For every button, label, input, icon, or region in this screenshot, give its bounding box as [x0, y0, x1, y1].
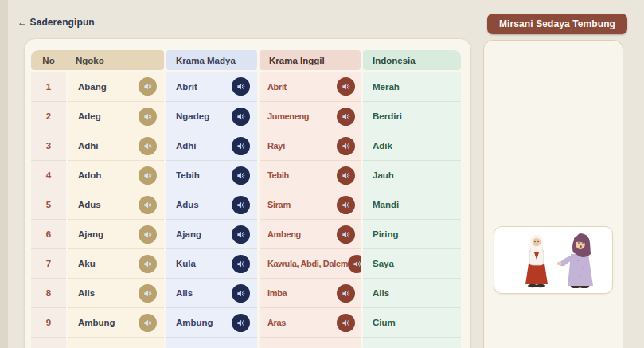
krama-inggil-audio-button[interactable]: [337, 108, 355, 126]
krama-madya-audio-button[interactable]: [232, 108, 250, 126]
speaker-icon: [236, 142, 245, 151]
table-row: 8 Alis Alis Imba Alis: [31, 278, 460, 307]
speaker-icon: [143, 112, 152, 121]
krama-inggil-cell: Rayi: [260, 131, 361, 160]
krama-madya-word: Alis: [176, 288, 193, 298]
krama-inggil-cell: Imba: [260, 278, 361, 307]
krama-madya-audio-button[interactable]: [232, 77, 250, 96]
row-number: 1: [46, 82, 51, 92]
ngoko-word: Ambung: [78, 318, 115, 327]
krama-inggil-audio-button[interactable]: [337, 196, 355, 214]
side-panel: [483, 40, 623, 348]
table-row: 6 Ajang Ajang Ambeng Piring: [31, 219, 460, 248]
ngoko-audio-button[interactable]: [139, 284, 157, 303]
krama-madya-audio-button[interactable]: [232, 255, 250, 273]
ngoko-audio-button[interactable]: [139, 255, 157, 273]
row-number: 3: [46, 141, 51, 151]
krama-madya-word: Adus: [176, 200, 199, 209]
ngoko-audio-button[interactable]: [139, 196, 157, 214]
krama-madya-audio-button[interactable]: [232, 284, 250, 303]
row-number-cell: 4: [31, 160, 66, 190]
table-body: 1 Abang Abrit Abrit Merah 2 Adeg: [31, 72, 460, 348]
krama-madya-audio-button[interactable]: [232, 196, 250, 214]
krama-madya-word: Ngadeg: [176, 111, 209, 121]
speaker-icon: [342, 289, 350, 298]
ngoko-audio-button[interactable]: [139, 108, 157, 126]
speaker-icon: [236, 319, 245, 327]
table-row: 4 Adoh Tebih Tebih Jauh: [31, 160, 460, 190]
krama-madya-word: Ajang: [176, 229, 201, 239]
krama-inggil-word: Jumeneng: [267, 111, 309, 121]
row-number: 9: [46, 318, 51, 327]
table-header: No Ngoko Krama Madya Krama Inggil Indone…: [31, 50, 460, 70]
speaker-icon: [353, 260, 361, 268]
ngoko-word: Adoh: [78, 170, 101, 180]
indonesia-word: Piring: [373, 229, 399, 239]
ngoko-audio-button[interactable]: [139, 314, 157, 332]
speaker-icon: [143, 260, 152, 268]
krama-madya-word: Abrit: [176, 82, 197, 92]
row-number-cell: 3: [31, 131, 66, 160]
krama-madya-cell: Abrit: [166, 72, 257, 101]
krama-inggil-cell: Siram: [260, 190, 361, 219]
krama-inggil-cell: [260, 337, 361, 348]
indonesia-cell: Alis: [363, 278, 461, 307]
ngoko-audio-button[interactable]: [139, 137, 157, 155]
indonesia-cell: Merah: [363, 72, 461, 101]
indonesia-cell: Jauh: [363, 160, 461, 190]
krama-inggil-audio-button[interactable]: [337, 137, 355, 155]
ngoko-word: Abang: [78, 82, 107, 92]
krama-inggil-word: Aras: [267, 318, 286, 327]
krama-inggil-audio-button[interactable]: [337, 166, 355, 185]
indonesia-cell: Mandi: [363, 190, 461, 219]
indonesia-cell: Piring: [363, 219, 461, 248]
krama-inggil-audio-button[interactable]: [337, 77, 355, 96]
speaker-icon: [143, 201, 152, 209]
krama-inggil-audio-button[interactable]: [337, 225, 355, 244]
speaker-icon: [143, 230, 152, 239]
krama-inggil-audio-button[interactable]: [337, 284, 355, 303]
speaker-icon: [236, 82, 245, 91]
ngoko-cell: Aku: [68, 248, 164, 278]
view-all-words-button[interactable]: Mirsani Sedaya Tembung: [487, 14, 627, 34]
row-number: 5: [46, 200, 51, 209]
krama-inggil-cell: Abrit: [260, 72, 361, 101]
krama-madya-audio-button[interactable]: [232, 314, 250, 332]
ngoko-cell: Abang: [68, 72, 164, 101]
krama-madya-cell: Kula: [166, 248, 257, 278]
indonesia-word: Mandi: [373, 200, 399, 209]
indonesia-word: Berdiri: [373, 111, 402, 121]
speaker-icon: [143, 319, 152, 327]
speaker-icon: [236, 171, 245, 180]
krama-madya-audio-button[interactable]: [232, 137, 250, 155]
krama-inggil-word: Ambeng: [267, 229, 301, 239]
header-krama-madya: Krama Madya: [166, 50, 257, 70]
krama-inggil-word: Siram: [267, 200, 291, 209]
krama-madya-audio-button[interactable]: [232, 166, 250, 185]
ngoko-cell: Adoh: [68, 160, 164, 190]
krama-madya-word: Kula: [176, 259, 196, 268]
indonesia-cell: Berdiri: [363, 101, 461, 131]
ngoko-audio-button[interactable]: [139, 225, 157, 244]
ngoko-cell: Alis: [68, 278, 164, 307]
illustration-card: [494, 226, 613, 294]
speaker-icon: [342, 319, 350, 327]
speaker-icon: [143, 289, 152, 298]
krama-inggil-audio-button[interactable]: [348, 255, 361, 273]
krama-inggil-audio-button[interactable]: [337, 314, 355, 332]
krama-inggil-word: Abrit: [267, 82, 287, 92]
speaker-icon: [236, 260, 245, 268]
krama-madya-cell: [166, 337, 257, 348]
ngoko-word: Alis: [78, 288, 95, 298]
ngoko-audio-button[interactable]: [139, 77, 157, 96]
row-number-cell: [31, 337, 66, 348]
speaker-icon: [236, 201, 245, 209]
row-number-cell: 8: [31, 278, 66, 307]
indonesia-word: Adik: [373, 141, 392, 151]
ngoko-audio-button[interactable]: [139, 166, 157, 185]
ngoko-cell: Ambung: [68, 307, 164, 337]
krama-madya-audio-button[interactable]: [232, 225, 250, 244]
krama-inggil-cell: Tebih: [260, 160, 361, 190]
krama-inggil-word: Tebih: [267, 170, 289, 180]
back-link[interactable]: ← Saderengipun: [18, 17, 95, 28]
